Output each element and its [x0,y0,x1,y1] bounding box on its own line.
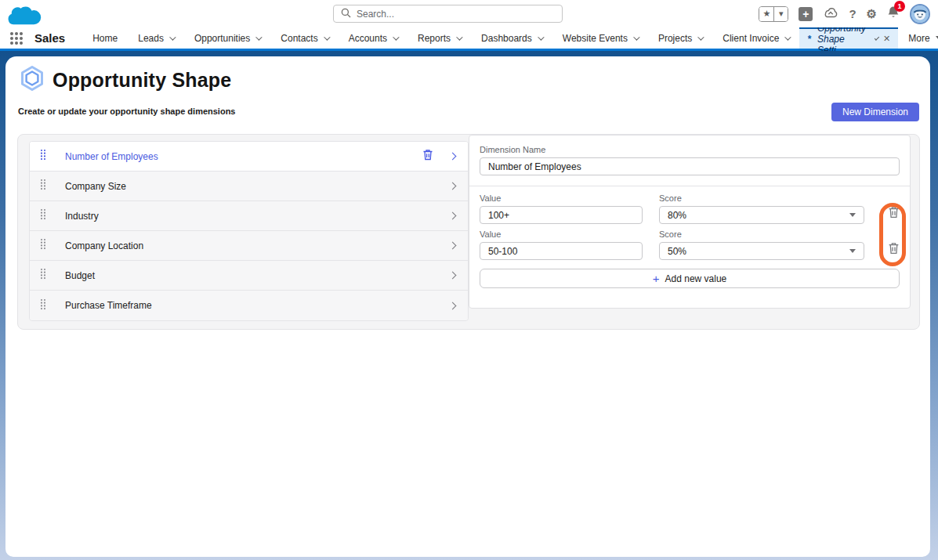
value-label: Value [480,229,643,239]
score-select-1[interactable]: 80% [659,206,864,224]
favorites-button[interactable]: ★ ▾ [759,6,788,22]
chevron-down-icon [697,34,704,40]
value-input-1[interactable] [480,206,643,224]
page-background: Opportunity Shape Create or update your … [0,51,938,560]
drag-handle-icon[interactable] [40,208,46,223]
cloud-upload-icon[interactable] [823,6,838,22]
drag-handle-icon[interactable] [40,238,46,253]
new-dimension-button[interactable]: New Dimension [831,103,919,121]
chevron-down-icon [169,34,176,40]
hexagon-app-icon [19,65,45,95]
chevron-down-icon [784,34,791,40]
dimension-row-budget[interactable]: Budget [30,261,468,291]
dimension-row-number-of-employees[interactable]: Number of Employees [30,142,468,172]
chevron-right-icon[interactable] [449,212,457,220]
value-score-row: Value Score 80% [480,193,900,224]
dimension-row-company-size[interactable]: Company Size [30,172,468,201]
nav-item-contacts[interactable]: Contacts [270,27,338,49]
score-label: Score [659,229,864,239]
dimensions-panel: Number of Employees Company Size [17,134,920,330]
dimension-label: Company Location [65,240,450,251]
dimension-detail-panel: Dimension Name Value Score 80% [469,135,911,309]
tab-chevron-down-icon[interactable] [874,35,879,41]
nav-tabs: Home Leads Opportunities Contacts Accoun… [82,27,938,49]
chevron-right-icon[interactable] [449,302,457,309]
notifications-button[interactable]: 1 [887,5,900,22]
chevron-right-icon[interactable] [449,182,457,190]
page-header: Opportunity Shape [19,65,231,95]
score-select-2[interactable]: 50% [659,242,864,260]
nav-item-client-invoice[interactable]: Client Invoice [712,27,799,49]
chevron-down-icon [538,34,544,40]
delete-value-icon-1[interactable] [888,206,900,221]
help-icon[interactable]: ? [849,7,856,20]
tab-opportunity-shape-settings-active[interactable]: * Opportunity Shape Setti... ✕ [799,27,898,49]
app-launcher-icon[interactable] [10,32,23,45]
dimension-row-industry[interactable]: Industry [30,201,468,231]
delete-value-icon-2[interactable] [888,242,900,257]
chevron-right-icon[interactable] [449,242,457,250]
nav-more-menu[interactable]: More [898,27,938,49]
tab-close-icon[interactable]: ✕ [883,34,890,44]
chevron-down-icon [255,34,262,40]
unsaved-indicator: * [807,34,811,45]
value-input-2[interactable] [480,242,643,260]
dimension-row-purchase-timeframe[interactable]: Purchase Timeframe [30,291,468,320]
app-navigation-bar: Sales Home Leads Opportunities Contacts … [0,27,938,51]
dimension-label: Budget [65,270,450,281]
star-icon[interactable]: ★ [759,7,773,21]
global-search[interactable] [333,5,563,23]
salesforce-logo-icon [8,2,42,29]
value-score-row: Value Score 50% [480,229,900,260]
chevron-down-icon [393,34,399,40]
nav-item-home[interactable]: Home [82,27,128,49]
global-actions-button[interactable]: + [799,7,813,21]
select-caret-icon [849,213,856,217]
dimension-label: Industry [65,211,450,222]
select-caret-icon [849,249,856,253]
search-icon [341,7,351,21]
value-label: Value [480,193,643,203]
divider [469,186,910,186]
dimension-label: Company Size [65,181,450,192]
delete-dimension-icon[interactable] [422,149,433,164]
setup-gear-icon[interactable]: ⚙ [867,7,877,21]
app-name[interactable]: Sales [34,31,65,45]
nav-item-website-events[interactable]: Website Events [552,27,648,49]
chevron-down-icon [456,34,462,40]
add-new-value-button[interactable]: + Add new value [480,269,900,288]
user-avatar[interactable] [910,4,930,24]
notification-badge: 1 [894,1,905,12]
top-utility-bar: ★ ▾ + ? ⚙ 1 [0,0,938,27]
more-caret-icon [936,36,938,40]
nav-item-leads[interactable]: Leads [128,27,184,49]
chevron-down-icon [324,34,330,40]
drag-handle-icon[interactable] [40,149,46,164]
nav-item-dashboards[interactable]: Dashboards [471,27,552,49]
drag-handle-icon[interactable] [40,179,46,193]
main-content-card: Opportunity Shape Create or update your … [5,56,930,557]
dimension-label: Purchase Timeframe [65,300,450,311]
nav-item-reports[interactable]: Reports [407,27,471,49]
dimension-name-label: Dimension Name [480,145,900,154]
drag-handle-icon[interactable] [40,298,46,313]
nav-item-opportunities[interactable]: Opportunities [184,27,270,49]
chevron-right-icon[interactable] [449,272,457,280]
score-label: Score [659,193,864,203]
dimension-row-company-location[interactable]: Company Location [30,231,468,261]
search-input[interactable] [357,9,555,20]
page-title: Opportunity Shape [53,69,231,92]
dimension-list: Number of Employees Company Size [29,141,469,321]
plus-icon: + [653,273,660,284]
page-subtitle: Create or update your opportunity shape … [18,107,235,116]
dimension-name-input[interactable] [480,157,900,175]
dimension-label: Number of Employees [65,151,422,162]
nav-item-accounts[interactable]: Accounts [339,27,407,49]
drag-handle-icon[interactable] [40,268,46,283]
nav-item-projects[interactable]: Projects [648,27,712,49]
chevron-down-icon [633,34,639,40]
chevron-right-icon[interactable] [449,153,457,161]
favorites-caret-icon[interactable]: ▾ [773,7,788,21]
